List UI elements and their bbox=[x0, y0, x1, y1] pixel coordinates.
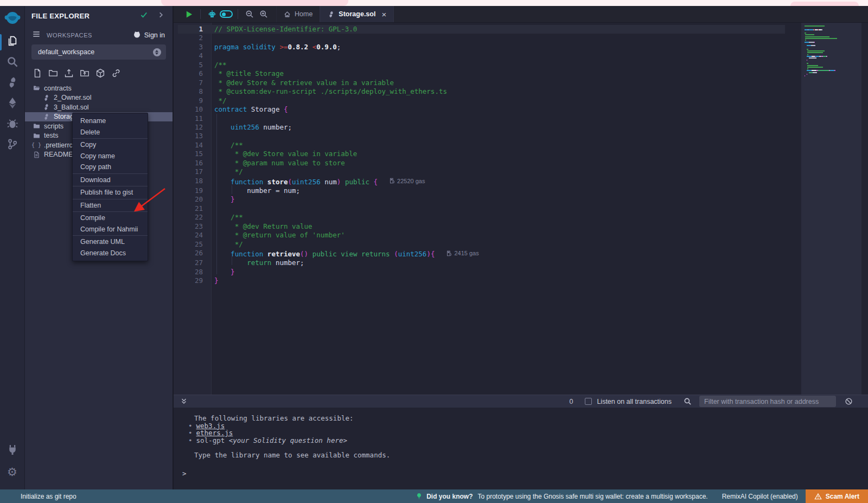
rail-item-remix-logo[interactable] bbox=[0, 7, 25, 32]
sign-in-button[interactable]: Sign in bbox=[133, 30, 165, 40]
editor-tabs: HomeStorage.sol× bbox=[276, 6, 394, 22]
terminal-toolbar: 0 Listen on all transactions bbox=[174, 395, 868, 408]
github-icon bbox=[133, 30, 141, 40]
zoom-out-icon[interactable] bbox=[242, 7, 257, 21]
indent-guide bbox=[216, 114, 217, 274]
rail-item-solidity-compiler[interactable] bbox=[0, 73, 25, 94]
tree-item-label: tests bbox=[44, 132, 58, 139]
search-icon[interactable] bbox=[684, 397, 692, 405]
rail-item-deploy-run[interactable] bbox=[0, 94, 25, 114]
context-menu-item-generate-uml[interactable]: Generate UML bbox=[73, 236, 148, 248]
rail-item-debugger[interactable] bbox=[0, 114, 25, 135]
folder-open-icon bbox=[33, 85, 40, 92]
load-cube-icon[interactable] bbox=[95, 68, 105, 78]
new-file-icon[interactable] bbox=[33, 68, 42, 78]
remix-ide-window: ⚙ FILE EXPLORER WORKSPACES bbox=[0, 0, 868, 503]
code-line-14: 14 /** bbox=[178, 141, 785, 150]
context-menu-item-delete[interactable]: Delete bbox=[73, 127, 148, 138]
code-line-7: 7 * @dev Store & retrieve value in a var… bbox=[178, 79, 785, 87]
file-icon bbox=[33, 151, 40, 158]
code-line-19: 19 number = num; bbox=[178, 186, 785, 195]
terminal-output[interactable]: The following libraries are accessible:•… bbox=[174, 408, 868, 489]
menu-separator bbox=[73, 138, 148, 139]
indent-guide bbox=[232, 185, 232, 194]
code-text: function retrieve() public view returns … bbox=[203, 249, 479, 259]
code-text: * @dev Return value bbox=[203, 222, 312, 231]
terminal-lines: The following libraries are accessible:•… bbox=[174, 415, 868, 459]
rail-item-settings[interactable]: ⚙ bbox=[0, 461, 25, 482]
context-menu-item-rename[interactable]: Rename bbox=[73, 115, 148, 127]
line-number: 20 bbox=[178, 195, 203, 204]
terminal-line: The following libraries are accessible: bbox=[174, 415, 868, 422]
context-menu-item-copy[interactable]: Copy bbox=[73, 139, 148, 151]
solidity-compiler-icon bbox=[7, 76, 18, 91]
rail-item-git[interactable] bbox=[0, 135, 25, 156]
code-line-17: 17 */ bbox=[178, 167, 785, 176]
zoom-in-icon[interactable] bbox=[257, 7, 271, 21]
listen-all-checkbox[interactable] bbox=[585, 398, 592, 405]
rail-item-search[interactable] bbox=[0, 53, 25, 73]
context-menu-item-copy-path[interactable]: Copy path bbox=[73, 162, 148, 173]
upload-file-icon[interactable] bbox=[64, 68, 74, 78]
code-text bbox=[203, 51, 214, 60]
new-folder-icon[interactable] bbox=[48, 68, 58, 78]
tree-item-contracts[interactable]: contracts bbox=[25, 83, 173, 93]
context-menu-item-compile[interactable]: Compile bbox=[73, 212, 148, 224]
workspaces-label: WORKSPACES bbox=[47, 32, 92, 38]
code-line-6: 6 * @title Storage bbox=[178, 69, 785, 78]
line-number: 5 bbox=[178, 61, 203, 69]
rail-item-plugin-manager[interactable] bbox=[0, 441, 25, 461]
code-editor[interactable]: 1// SPDX-License-Identifier: GPL-3.023pr… bbox=[174, 23, 868, 395]
context-menu-item-flatten[interactable]: Flatten bbox=[73, 200, 148, 211]
code-text: */ bbox=[203, 240, 243, 249]
browser-artifact-segment bbox=[790, 2, 859, 6]
debugger-icon bbox=[7, 118, 18, 132]
code-line-25: 25 */ bbox=[178, 240, 785, 249]
code-text: } bbox=[203, 195, 235, 204]
close-tab-icon[interactable]: × bbox=[381, 10, 386, 19]
rail-item-file-explorer[interactable] bbox=[0, 32, 25, 53]
line-number: 4 bbox=[178, 51, 203, 60]
line-number: 22 bbox=[178, 213, 203, 222]
clear-console-icon[interactable] bbox=[845, 397, 853, 405]
ai-copilot-icon[interactable] bbox=[205, 7, 219, 21]
line-number: 28 bbox=[178, 268, 203, 276]
code-text: } bbox=[203, 276, 219, 285]
git-init-button[interactable]: Initialize as git repo bbox=[21, 493, 76, 500]
workspace-select[interactable]: default_workspace bbox=[31, 44, 166, 60]
scam-alert-button[interactable]: Scam Alert bbox=[806, 489, 868, 503]
context-menu-item-copy-name[interactable]: Copy name bbox=[73, 151, 148, 162]
tab-storage-sol[interactable]: Storage.sol× bbox=[320, 6, 394, 22]
terminal-collapse-icon[interactable] bbox=[180, 397, 189, 406]
browser-artifact-segment bbox=[161, 0, 348, 6]
tree-item-label: contracts bbox=[44, 85, 72, 92]
copilot-status[interactable]: RemixAI Copilot (enabled) bbox=[722, 493, 798, 500]
tree-item-3-ballot-sol[interactable]: 3_Ballot.sol bbox=[25, 102, 173, 112]
copilot-toggle[interactable] bbox=[219, 7, 233, 21]
editor-minimap[interactable] bbox=[801, 23, 861, 395]
line-number: 1 bbox=[178, 25, 203, 34]
context-menu-item-download[interactable]: Download bbox=[73, 175, 148, 186]
upload-folder-icon[interactable] bbox=[80, 68, 90, 78]
import-link-icon[interactable] bbox=[111, 68, 121, 78]
transaction-filter-input[interactable] bbox=[699, 396, 836, 407]
line-number: 19 bbox=[178, 186, 203, 195]
gas-estimate-badge: 2415 gas bbox=[446, 249, 478, 257]
tree-item-2-owner-sol[interactable]: 2_Owner.sol bbox=[25, 93, 173, 103]
context-menu-item-generate-docs[interactable]: Generate Docs bbox=[73, 248, 148, 259]
tab-home[interactable]: Home bbox=[276, 6, 320, 22]
context-menu-item-compile-for-nahmii[interactable]: Compile for Nahmii bbox=[73, 224, 148, 235]
did-you-know-tip: Did you know? To prototype using the Gno… bbox=[416, 493, 708, 500]
braces-icon: { } bbox=[33, 141, 40, 149]
browser-edge-artifact bbox=[0, 0, 868, 6]
chevron-right-icon[interactable] bbox=[157, 11, 165, 21]
context-menu-item-publish-file-to-gist[interactable]: Publish file to gist bbox=[73, 187, 148, 198]
tip-title: Did you know? bbox=[426, 493, 473, 500]
code-text bbox=[203, 114, 214, 123]
workspaces-menu-icon[interactable] bbox=[33, 30, 40, 40]
menu-separator bbox=[73, 199, 148, 199]
terminal-line: •web3.js bbox=[174, 422, 868, 430]
terminal-prompt[interactable]: > bbox=[182, 470, 868, 478]
run-script-button[interactable] bbox=[182, 7, 196, 21]
file-explorer-panel: FILE EXPLORER WORKSPACES bbox=[25, 6, 174, 489]
